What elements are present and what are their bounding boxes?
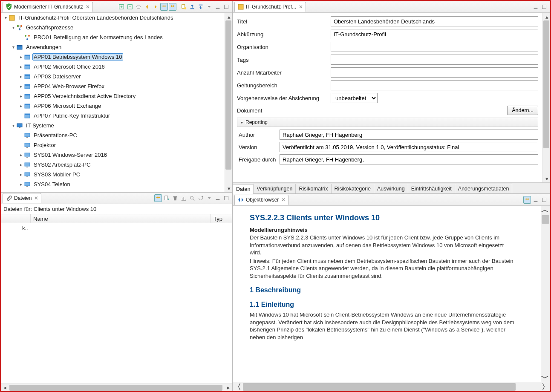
obj-scrollbar-vertical[interactable]: ︿ ﹀ — [541, 206, 550, 382]
scrollbar-thumb[interactable] — [543, 20, 549, 148]
tree-sys05[interactable]: ▸SYS05 Telefaxgerät — [18, 189, 232, 192]
scroll-up-icon[interactable]: ︿ — [541, 206, 549, 213]
home-icon[interactable] — [135, 3, 142, 11]
chevron-down-icon[interactable]: ▾ — [10, 25, 16, 30]
obj-scrollbar-horizontal[interactable]: 〈 〉 — [233, 382, 550, 391]
files-col-name[interactable]: Name — [31, 214, 211, 223]
scroll-left-icon[interactable]: 〈 — [233, 383, 242, 391]
tree-app06[interactable]: ▸APP06 Microsoft Exchange — [18, 101, 232, 111]
tree-view-tab[interactable]: Modernisierter IT-Grundschutz ✕ — [3, 2, 93, 12]
scroll-right-icon[interactable]: ▸ — [225, 384, 232, 392]
ed-tab-risikomatrix[interactable]: Risikomatrix — [295, 184, 331, 193]
tree-scrollbar-vertical[interactable]: ▴ ▾ — [225, 13, 232, 192]
link-sync-icon[interactable] — [160, 3, 168, 11]
chevron-right-icon[interactable]: ▸ — [18, 74, 24, 79]
section-reporting[interactable]: ▾Reporting — [237, 118, 538, 127]
chevron-right-icon[interactable]: ▸ — [18, 64, 24, 69]
aendern-button[interactable]: Ändern... — [507, 106, 538, 115]
scroll-down-icon[interactable]: ▾ — [543, 175, 551, 182]
editor-tab[interactable]: IT-Grundschutz-Prof... ✕ — [234, 2, 306, 12]
chevron-right-icon[interactable]: ▸ — [18, 192, 24, 192]
files-view-tab[interactable]: Dateien ✕ — [3, 193, 41, 203]
tree-app01[interactable]: ▸APP01 Betriebssystem Windows 10 — [18, 52, 232, 62]
filter-toggle-icon[interactable] — [169, 3, 176, 11]
scroll-left-icon[interactable]: ◂ — [1, 384, 9, 392]
back-icon[interactable] — [143, 3, 151, 11]
maximize-pane-icon[interactable] — [540, 3, 548, 11]
ed-tab-aenderung[interactable]: Änderungsmetadaten — [455, 184, 513, 193]
left-scrollbar-horizontal[interactable]: ◂ ▸ — [1, 383, 232, 391]
minimize-pane-icon[interactable] — [214, 194, 222, 202]
tree-projektor[interactable]: Projektor — [18, 140, 232, 150]
input-abk[interactable] — [331, 29, 538, 39]
scroll-down-icon[interactable]: ▾ — [225, 184, 232, 192]
files-col-type[interactable]: Typ — [211, 214, 232, 223]
chevron-right-icon[interactable]: ▸ — [18, 153, 24, 157]
minimize-pane-icon[interactable] — [532, 3, 539, 11]
scroll-up-icon[interactable]: ▴ — [225, 13, 232, 20]
import-icon[interactable] — [188, 3, 196, 11]
maximize-pane-icon[interactable] — [540, 196, 548, 204]
tree-sys03[interactable]: ▸SYS03 Mobiler-PC — [18, 170, 232, 179]
add-file-icon[interactable] — [163, 194, 170, 202]
tree-app07[interactable]: APP07 Public-Key Infrastruktur — [18, 111, 232, 121]
view-menu-icon[interactable] — [205, 3, 213, 11]
input-geltung[interactable] — [331, 80, 538, 90]
tree-geschaeftsprozesse[interactable]: ▾ Geschäftsprozesse — [10, 23, 232, 32]
chevron-right-icon[interactable]: ▸ — [18, 162, 24, 167]
collapse-all-icon[interactable] — [126, 3, 134, 11]
maximize-pane-icon[interactable] — [222, 194, 230, 202]
forward-icon[interactable] — [152, 3, 159, 11]
objbrowser-tab[interactable]: Objektbrowser ✕ — [234, 195, 288, 205]
chevron-right-icon[interactable]: ▸ — [18, 84, 24, 89]
refresh-icon[interactable] — [197, 194, 205, 202]
close-icon[interactable]: ✕ — [299, 4, 303, 10]
close-icon[interactable]: ✕ — [281, 197, 286, 203]
input-version[interactable] — [280, 142, 538, 152]
ed-tab-verknuepfungen[interactable]: Verknüpfungen — [253, 184, 296, 193]
chevron-right-icon[interactable]: ▸ — [18, 104, 24, 108]
input-anzahl[interactable] — [331, 67, 538, 78]
scroll-down-icon[interactable]: ﹀ — [541, 374, 549, 382]
files-row-0[interactable]: k.. — [1, 223, 232, 233]
scrollbar-thumb[interactable] — [542, 215, 549, 224]
delete-icon[interactable] — [171, 194, 179, 202]
tree-app03[interactable]: ▸APP03 Dateiserver — [18, 72, 232, 81]
chevron-right-icon[interactable]: ▸ — [18, 55, 24, 59]
chevron-down-icon[interactable]: ▾ — [10, 123, 16, 128]
input-tags[interactable] — [331, 55, 538, 65]
ed-tab-eintritts[interactable]: Eintrittshäufigkeit — [408, 184, 455, 193]
tree-praesentations-pc[interactable]: Präsentations-PC — [18, 130, 232, 140]
search-icon[interactable] — [188, 194, 196, 202]
input-author[interactable] — [280, 130, 538, 140]
view-menu-icon[interactable] — [205, 194, 213, 202]
tree-sys01[interactable]: ▸SYS01 Windows-Server 2016 — [18, 150, 232, 160]
export-icon[interactable] — [197, 3, 205, 11]
chevron-down-icon[interactable]: ▾ — [3, 15, 9, 20]
input-freigabe[interactable] — [280, 154, 538, 164]
chevron-down-icon[interactable]: ▾ — [10, 45, 16, 49]
ed-tab-risikokategorie[interactable]: Risikokategorie — [331, 184, 374, 193]
scrollbar-thumb[interactable] — [9, 385, 222, 391]
tree-sys02[interactable]: ▸SYS02 Arbeitsplatz-PC — [18, 160, 232, 170]
tree-pro01[interactable]: PRO01 Beteiligung an der Normsetzung des… — [18, 32, 232, 42]
tree-sys04[interactable]: ▸SYS04 Telefon — [18, 179, 232, 189]
link-sync-icon[interactable] — [154, 194, 162, 202]
tree-app02[interactable]: ▸APP02 Microsoft Office 2016 — [18, 62, 232, 72]
scroll-right-icon[interactable]: 〉 — [541, 383, 550, 391]
input-titel[interactable] — [331, 16, 538, 26]
minimize-pane-icon[interactable] — [532, 196, 539, 204]
tree-itsysteme[interactable]: ▾ IT-Systeme — [10, 121, 232, 130]
ed-tab-auswirkung[interactable]: Auswirkung — [374, 184, 408, 193]
select-vorgehen[interactable]: unbearbeitet — [331, 93, 378, 103]
tree-anwendungen[interactable]: ▾ Anwendungen — [10, 42, 232, 52]
close-icon[interactable]: ✕ — [34, 195, 38, 201]
new-item-icon[interactable] — [180, 3, 188, 11]
link-sync-icon[interactable] — [523, 196, 531, 204]
minimize-pane-icon[interactable] — [214, 3, 222, 11]
files-col-blank[interactable] — [1, 214, 31, 223]
maximize-pane-icon[interactable] — [222, 3, 230, 11]
chevron-right-icon[interactable]: ▸ — [18, 182, 24, 187]
editor-scrollbar-vertical[interactable]: ▴ ▾ — [542, 13, 550, 182]
tree-root[interactable]: ▾ IT-Grundschutz-Profil Obersten Landesb… — [3, 13, 232, 23]
